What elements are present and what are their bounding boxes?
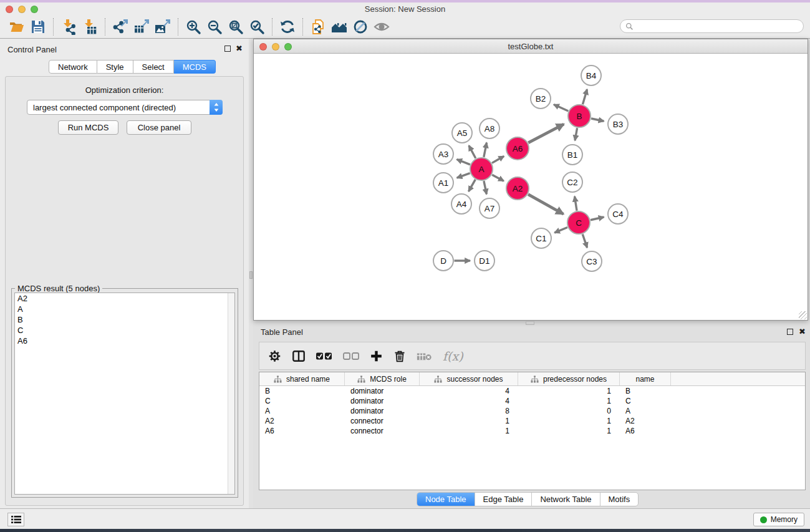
cell-predecessor-nodes[interactable]: 1: [518, 397, 620, 405]
new-network-from-selection-button[interactable]: [307, 17, 329, 36]
cell-name[interactable]: A2: [620, 417, 671, 425]
table-row[interactable]: Adominator80A: [259, 406, 805, 416]
vertical-splitter[interactable]: [249, 39, 253, 508]
cell-MCDS-role[interactable]: dominator: [345, 407, 420, 415]
splitter-handle[interactable]: [249, 271, 253, 279]
memory-button[interactable]: Memory: [753, 513, 804, 526]
column-header-MCDS-role[interactable]: MCDS role: [345, 372, 420, 385]
edge-A-A4[interactable]: [468, 180, 475, 191]
cell-name[interactable]: A6: [620, 427, 671, 435]
cell-predecessor-nodes[interactable]: 1: [518, 387, 620, 395]
tab-mcds[interactable]: MCDS: [174, 60, 216, 74]
cell-successor-nodes[interactable]: 1: [420, 417, 518, 425]
table-row[interactable]: A2connector11A2: [259, 416, 805, 426]
edge-A-A7[interactable]: [484, 181, 486, 194]
edge-A2-C[interactable]: [528, 195, 564, 215]
cell-MCDS-role[interactable]: dominator: [345, 397, 420, 405]
run-mcds-button[interactable]: Run MCDS: [58, 120, 118, 135]
open-session-button[interactable]: [6, 17, 27, 36]
cell-MCDS-role[interactable]: connector: [345, 427, 420, 435]
column-header-successor-nodes[interactable]: successor nodes: [420, 372, 518, 385]
close-panel-icon[interactable]: ✖: [236, 44, 243, 53]
edge-A6-B[interactable]: [528, 124, 564, 143]
edge-B-B1[interactable]: [575, 128, 577, 140]
export-network-button[interactable]: [110, 17, 131, 36]
cell-name[interactable]: B: [620, 387, 671, 395]
tab-node-table[interactable]: Node Table: [417, 493, 475, 506]
edge-B-B2[interactable]: [554, 105, 568, 111]
cell-shared-name[interactable]: B: [259, 387, 345, 395]
table-row[interactable]: Bdominator41B: [259, 386, 805, 396]
tab-motifs[interactable]: Motifs: [600, 493, 639, 506]
cell-shared-name[interactable]: C: [259, 397, 345, 405]
zoom-out-button[interactable]: [204, 17, 225, 36]
tab-edge-table[interactable]: Edge Table: [475, 493, 532, 506]
mcds-result-item[interactable]: B: [15, 314, 234, 325]
mcds-result-item[interactable]: A6: [15, 336, 234, 346]
cell-shared-name[interactable]: A6: [259, 427, 345, 435]
network-window-titlebar[interactable]: testGlobe.txt: [254, 39, 808, 54]
edge-C-C3[interactable]: [582, 234, 587, 248]
edge-A-A6[interactable]: [492, 156, 504, 163]
add-row-button[interactable]: [370, 347, 383, 365]
window-resize-grip[interactable]: [799, 311, 807, 319]
zoom-in-button[interactable]: [183, 17, 204, 36]
table-row[interactable]: A6connector11A6: [259, 426, 805, 436]
mcds-result-list[interactable]: A2ABCA6: [14, 293, 235, 495]
first-neighbors-button[interactable]: [329, 17, 350, 36]
table-float-panel-icon[interactable]: [787, 329, 793, 335]
cell-shared-name[interactable]: A2: [259, 417, 345, 425]
edge-B-B3[interactable]: [591, 118, 604, 121]
cell-MCDS-role[interactable]: connector: [345, 417, 420, 425]
cell-MCDS-role[interactable]: dominator: [345, 387, 420, 395]
result-scrollbar[interactable]: [228, 293, 234, 494]
zoom-selected-button[interactable]: [246, 17, 268, 36]
cell-predecessor-nodes[interactable]: 1: [518, 427, 620, 435]
edge-A-A3[interactable]: [457, 159, 470, 164]
import-table-button[interactable]: [79, 17, 100, 36]
cell-shared-name[interactable]: A: [259, 407, 345, 415]
column-header-shared-name[interactable]: shared name: [259, 372, 345, 385]
edge-C-C2[interactable]: [575, 196, 577, 211]
cell-successor-nodes[interactable]: 8: [420, 407, 518, 415]
tab-network-table[interactable]: Network Table: [531, 493, 599, 506]
edge-C-C4[interactable]: [591, 217, 604, 220]
cell-predecessor-nodes[interactable]: 0: [518, 407, 620, 415]
export-table-button[interactable]: [131, 17, 152, 36]
mcds-result-item[interactable]: A: [15, 304, 234, 314]
hide-selected-button[interactable]: [350, 17, 371, 36]
column-header-predecessor-nodes[interactable]: predecessor nodes: [518, 372, 620, 385]
graphics-details-button[interactable]: [371, 17, 392, 36]
tab-style[interactable]: Style: [97, 60, 133, 74]
delete-button[interactable]: [393, 347, 406, 365]
refresh-button[interactable]: [277, 17, 298, 36]
float-panel-icon[interactable]: [224, 46, 231, 52]
table-close-panel-icon[interactable]: ✖: [799, 327, 806, 336]
network-canvas[interactable]: A5A8A3A1A4A7AA6A2BB2B4B3B1C2CC4C1C3DD1: [254, 54, 808, 320]
cell-successor-nodes[interactable]: 1: [420, 427, 518, 435]
save-session-button[interactable]: [27, 17, 49, 36]
edge-A-A2[interactable]: [492, 175, 504, 181]
edge-A-A8[interactable]: [484, 143, 487, 157]
table-row[interactable]: Cdominator41C: [259, 396, 805, 406]
export-image-button[interactable]: [152, 17, 173, 36]
horizontal-splitter-handle[interactable]: [526, 321, 534, 325]
select-all-button[interactable]: [316, 347, 332, 365]
network-graph[interactable]: A5A8A3A1A4A7AA6A2BB2B4B3B1C2CC4C1C3DD1: [254, 54, 808, 320]
columns-button[interactable]: [292, 347, 306, 365]
edge-A-A5[interactable]: [469, 145, 476, 158]
mcds-result-item[interactable]: A2: [15, 293, 234, 304]
cell-predecessor-nodes[interactable]: 1: [518, 417, 620, 425]
zoom-fit-button[interactable]: [225, 17, 246, 36]
cell-name[interactable]: C: [620, 397, 671, 405]
cell-successor-nodes[interactable]: 4: [420, 397, 518, 405]
task-history-button[interactable]: [7, 513, 24, 526]
tab-select[interactable]: Select: [133, 60, 174, 74]
mcds-result-item[interactable]: C: [15, 325, 234, 336]
deselect-all-button[interactable]: [343, 347, 359, 365]
search-input[interactable]: [634, 21, 803, 32]
close-panel-button[interactable]: Close panel: [127, 120, 191, 135]
settings-button[interactable]: [268, 347, 281, 365]
cell-name[interactable]: A: [620, 407, 671, 415]
cell-successor-nodes[interactable]: 4: [420, 387, 518, 395]
